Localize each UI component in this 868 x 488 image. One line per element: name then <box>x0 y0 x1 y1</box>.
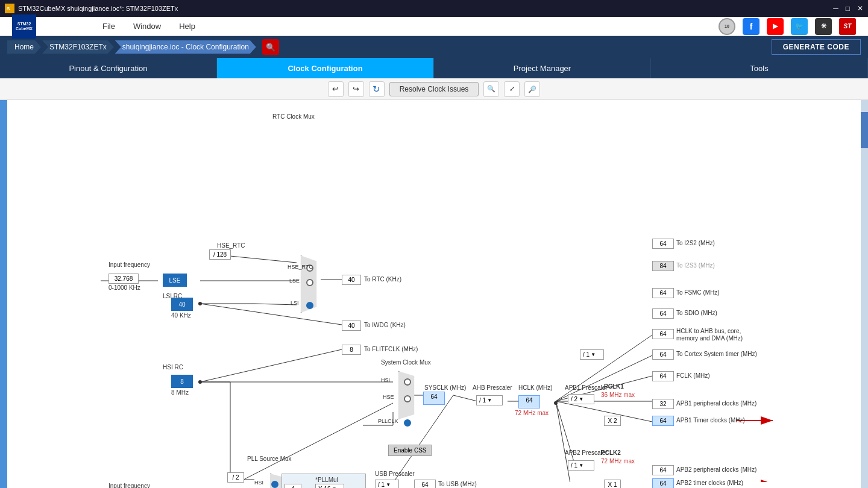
svg-marker-33 <box>761 480 773 482</box>
pclk2-value[interactable]: 64 <box>652 465 674 475</box>
breadcrumb-current[interactable]: shuiqingjiance.ioc - Clock Configuration <box>115 40 256 54</box>
logo-box: STM32CubeMX <box>12 14 36 39</box>
maximize-button[interactable]: □ <box>846 4 850 13</box>
enable-css-button[interactable]: Enable CSS <box>388 445 432 456</box>
undo-button[interactable]: ↩ <box>328 81 344 97</box>
menu-file[interactable]: File <box>102 22 115 31</box>
sysclk-mux-pll[interactable] <box>404 419 411 427</box>
twitter-icon[interactable]: 🐦 <box>791 18 808 35</box>
star-icon[interactable]: ✳ <box>815 18 832 35</box>
generate-code-button[interactable]: GENERATE CODE <box>772 39 861 55</box>
pll-source-hsi[interactable] <box>271 481 278 488</box>
tab-pinout[interactable]: Pinout & Configuration <box>0 58 217 78</box>
fsmc-value[interactable]: 64 <box>652 288 674 298</box>
hclk-ahb-value[interactable]: 64 <box>652 329 674 339</box>
version-badge: 10 <box>719 18 735 35</box>
svg-line-30 <box>387 395 453 482</box>
sysclk-hse-label: HSE <box>383 394 394 400</box>
input-freq-top-value[interactable]: 32.768 <box>108 274 139 284</box>
sysclk-pll-label: PLLCLK <box>378 418 398 424</box>
sysclk-value[interactable]: 64 <box>423 392 445 405</box>
apb1-peripheral-label: APB1 peripheral clocks (MHz) <box>676 400 756 407</box>
div128-box[interactable]: / 128 <box>209 249 231 260</box>
usb-output[interactable]: 64 <box>414 480 436 488</box>
i2s3-value[interactable]: 84 <box>652 261 674 271</box>
pclk1-label: PCLK1 <box>604 383 624 390</box>
close-button[interactable]: ✕ <box>857 4 863 13</box>
sdio-top-value[interactable]: 64 <box>652 308 674 319</box>
rtc-mux-radio-lse[interactable] <box>306 279 313 286</box>
hclk-ahb-label: HCLK to AHB bus, core, memory and DMA (M… <box>676 328 749 342</box>
hse-rtc-label: HSE_RTC <box>217 242 245 249</box>
zoom-out-button[interactable]: 🔍 <box>524 81 540 97</box>
youtube-icon[interactable]: ▶ <box>767 18 784 35</box>
flitf-output[interactable]: 8 <box>342 345 361 355</box>
svg-line-4 <box>224 255 297 263</box>
hclk-value[interactable]: 64 <box>518 395 540 408</box>
resolve-clock-button[interactable]: Resolve Clock Issues <box>389 82 479 96</box>
fclk-label: FCLK (MHz) <box>676 372 710 379</box>
sysclk-mux-hsi[interactable] <box>404 378 411 386</box>
scrollbar[interactable] <box>861 100 868 488</box>
menu-items: File Window Help <box>102 22 195 31</box>
breadcrumb-home[interactable]: Home <box>7 40 41 54</box>
hsi-rc-value[interactable]: 8 <box>171 375 193 388</box>
sysclk-mux-hse[interactable] <box>404 395 411 402</box>
cortex-div-select[interactable]: / 1 ▼ <box>580 349 604 360</box>
hsi-rc-label: HSI RC <box>163 364 183 371</box>
facebook-icon[interactable]: f <box>743 18 760 35</box>
input-freq-top-range: 0-1000 KHz <box>108 284 140 291</box>
pll-mul-label: *PLLMul <box>315 477 338 483</box>
iwdg-label: To IWDG (KHz) <box>364 322 406 328</box>
usb-div-select[interactable]: / 1 ▼ <box>375 480 399 488</box>
tab-project[interactable]: Project Manager <box>434 58 651 78</box>
hclk-label: HCLK (MHz) <box>518 384 553 391</box>
x2-apb1[interactable]: X 2 <box>604 416 621 426</box>
tab-clock[interactable]: Clock Configuration <box>217 58 434 78</box>
diagram-area[interactable]: RTC Clock Mux Input frequency 32.768 0-1… <box>7 100 861 488</box>
zoom-in-button[interactable]: 🔍 <box>483 81 499 97</box>
hsi-rc-freq: 8 MHz <box>171 389 189 396</box>
iwdg-output[interactable]: 40 <box>342 321 361 331</box>
zoom-fit-button[interactable]: ⤢ <box>504 81 520 97</box>
redo-button[interactable]: ↪ <box>348 81 364 97</box>
diagram-lines <box>13 106 855 482</box>
cortex-value[interactable]: 64 <box>652 349 674 360</box>
pll-div-value[interactable]: 4 <box>285 484 301 488</box>
menu-window[interactable]: Window <box>133 22 161 31</box>
rtc-label: To RTC (KHz) <box>364 276 401 283</box>
div2-pll[interactable]: / 2 <box>227 472 244 483</box>
apb2-div-select[interactable]: / 1 ▼ <box>568 460 594 471</box>
apb2-peripheral-label: APB2 peripheral clocks (MHz) <box>676 466 756 473</box>
tab-tools[interactable]: Tools <box>651 58 868 78</box>
pll-box: *PLLMul 4 X 16 ▼ PLL <box>281 474 366 488</box>
menu-help[interactable]: Help <box>179 22 195 31</box>
pll-mul-select[interactable]: X 16 ▼ <box>315 484 344 488</box>
x1-apb2[interactable]: X 1 <box>604 480 621 488</box>
search-button[interactable]: 🔍 <box>262 39 279 55</box>
input-freq-bottom-label: Input frequency <box>108 483 150 488</box>
apb2-timer-value[interactable]: 64 <box>652 478 674 488</box>
scrollbar-thumb[interactable] <box>861 112 868 148</box>
i2s2-value[interactable]: 64 <box>652 239 674 249</box>
rtc-mux-radio-lsi[interactable] <box>306 302 313 309</box>
flitf-label: To FLITFCLK (MHz) <box>364 346 418 352</box>
minimize-button[interactable]: ─ <box>833 4 838 13</box>
fclk-value[interactable]: 64 <box>652 371 674 381</box>
toolbar: ↩ ↪ ↻ Resolve Clock Issues 🔍 ⤢ 🔍 <box>0 78 868 100</box>
apb1-timer-value[interactable]: 64 <box>652 416 674 426</box>
ahb-div-select[interactable]: / 1 ▼ <box>476 395 503 405</box>
refresh-button[interactable]: ↻ <box>369 81 385 97</box>
rtc-output[interactable]: 40 <box>342 275 361 285</box>
pclk2-label: PCLK2 <box>601 449 621 456</box>
apb1-div-select[interactable]: / 2 ▼ <box>568 394 594 404</box>
left-sidebar <box>0 100 7 488</box>
svg-line-15 <box>200 403 393 482</box>
apb1-prescaler-label: APB1 Prescaler <box>565 384 608 391</box>
menubar: STM32CubeMX File Window Help 10 f ▶ 🐦 ✳ … <box>0 17 868 36</box>
lsi-rc-value[interactable]: 40 <box>171 298 193 311</box>
connector-lsi <box>198 302 202 305</box>
breadcrumb-device[interactable]: STM32F103ZETx <box>42 40 114 54</box>
lse-box[interactable]: LSE <box>163 274 187 287</box>
pclk1-value[interactable]: 32 <box>652 399 674 409</box>
